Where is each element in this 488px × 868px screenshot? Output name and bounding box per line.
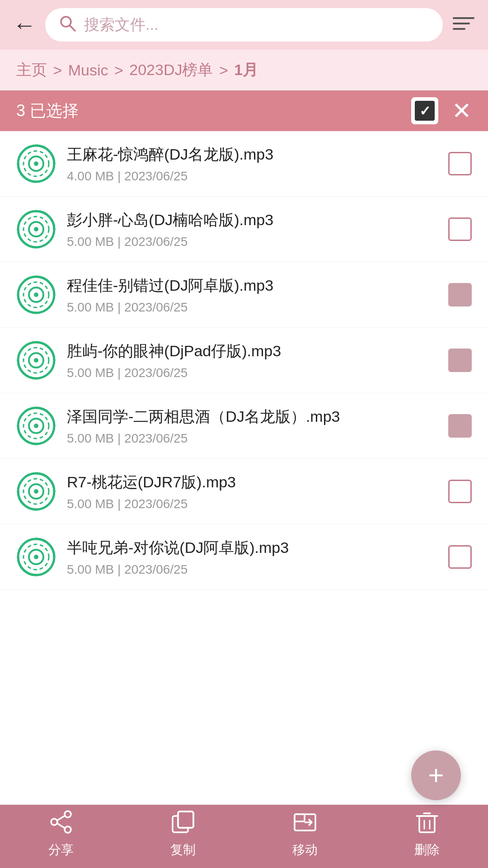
file-meta: 5.00 MB | 2023/06/25 bbox=[67, 300, 437, 315]
list-item: 泽国同学-二两相思酒（DJ名龙版）.mp35.00 MB | 2023/06/2… bbox=[0, 393, 488, 459]
search-bar[interactable]: 搜索文件... bbox=[45, 8, 443, 42]
svg-point-33 bbox=[65, 811, 71, 817]
file-info: 胜屿-你的眼神(DjPad仔版).mp35.00 MB | 2023/06/25 bbox=[67, 340, 437, 380]
file-info: 彭小胖-心岛(DJ楠哈哈版).mp35.00 MB | 2023/06/25 bbox=[67, 209, 437, 249]
breadcrumb-music[interactable]: Music bbox=[68, 61, 108, 79]
search-placeholder: 搜索文件... bbox=[84, 14, 158, 35]
svg-line-36 bbox=[57, 816, 65, 821]
file-checkbox[interactable] bbox=[448, 152, 472, 175]
breadcrumb-january: 1月 bbox=[234, 60, 258, 80]
back-button[interactable]: ← bbox=[13, 13, 36, 37]
share-button[interactable]: 分享 bbox=[48, 810, 74, 859]
file-name: 半吨兄弟-对你说(DJ阿卓版).mp3 bbox=[67, 537, 437, 559]
move-label: 移动 bbox=[292, 841, 318, 859]
file-meta: 5.00 MB | 2023/06/25 bbox=[67, 562, 437, 577]
file-checkbox[interactable] bbox=[448, 480, 472, 503]
music-file-icon bbox=[16, 472, 56, 511]
checkmark-icon: ✓ bbox=[419, 103, 431, 119]
file-name: 程佳佳-别错过(DJ阿卓版).mp3 bbox=[67, 275, 437, 297]
list-item: 程佳佳-别错过(DJ阿卓版).mp35.00 MB | 2023/06/25 bbox=[0, 262, 488, 328]
svg-point-35 bbox=[65, 826, 71, 833]
delete-icon bbox=[415, 810, 439, 838]
list-item: 胜屿-你的眼神(DjPad仔版).mp35.00 MB | 2023/06/25 bbox=[0, 328, 488, 393]
file-name: 王麻花-惊鸿醉(DJ名龙版).mp3 bbox=[67, 144, 437, 165]
music-file-icon bbox=[16, 209, 56, 249]
file-list: 王麻花-惊鸿醉(DJ名龙版).mp34.00 MB | 2023/06/25 彭… bbox=[0, 131, 488, 590]
list-item: 半吨兄弟-对你说(DJ阿卓版).mp35.00 MB | 2023/06/25 bbox=[0, 524, 488, 590]
copy-label: 复制 bbox=[170, 841, 196, 859]
music-file-icon bbox=[16, 406, 56, 446]
header: ← 搜索文件... bbox=[0, 0, 488, 50]
share-icon bbox=[49, 810, 73, 838]
svg-line-37 bbox=[57, 823, 65, 828]
svg-rect-41 bbox=[295, 814, 305, 821]
search-icon bbox=[59, 14, 76, 36]
file-name: 胜屿-你的眼神(DjPad仔版).mp3 bbox=[67, 340, 437, 362]
delete-label: 删除 bbox=[414, 841, 440, 859]
fab-button[interactable]: + bbox=[411, 750, 461, 800]
list-item: 王麻花-惊鸿醉(DJ名龙版).mp34.00 MB | 2023/06/25 bbox=[0, 131, 488, 197]
file-info: 泽国同学-二两相思酒（DJ名龙版）.mp35.00 MB | 2023/06/2… bbox=[67, 406, 437, 446]
file-meta: 5.00 MB | 2023/06/25 bbox=[67, 235, 437, 249]
music-file-icon bbox=[16, 275, 56, 315]
file-meta: 5.00 MB | 2023/06/25 bbox=[67, 366, 437, 380]
file-info: 半吨兄弟-对你说(DJ阿卓版).mp35.00 MB | 2023/06/25 bbox=[67, 537, 437, 577]
fab-plus-icon: + bbox=[428, 762, 444, 789]
sort-button[interactable] bbox=[452, 13, 475, 38]
move-button[interactable]: 移动 bbox=[292, 810, 318, 859]
file-meta: 5.00 MB | 2023/06/25 bbox=[67, 497, 437, 511]
file-info: 王麻花-惊鸿醉(DJ名龙版).mp34.00 MB | 2023/06/25 bbox=[67, 144, 437, 184]
file-checkbox[interactable] bbox=[448, 545, 472, 569]
copy-button[interactable]: 复制 bbox=[170, 810, 196, 859]
deselect-button[interactable]: ✕ bbox=[452, 99, 472, 123]
music-file-icon bbox=[16, 144, 56, 184]
svg-line-1 bbox=[70, 25, 75, 31]
share-label: 分享 bbox=[48, 841, 74, 859]
breadcrumb-2023dj[interactable]: 2023DJ榜单 bbox=[129, 60, 213, 80]
selection-count: 3 已选择 bbox=[16, 100, 79, 122]
file-meta: 4.00 MB | 2023/06/25 bbox=[67, 169, 437, 184]
move-icon bbox=[293, 810, 317, 838]
svg-rect-39 bbox=[178, 811, 193, 828]
svg-point-19 bbox=[34, 358, 38, 363]
svg-rect-44 bbox=[419, 816, 435, 832]
breadcrumb-home[interactable]: 主页 bbox=[16, 60, 47, 80]
svg-point-11 bbox=[34, 227, 38, 231]
file-checkbox[interactable] bbox=[448, 217, 472, 241]
list-item: R7-桃花运(DJR7版).mp35.00 MB | 2023/06/25 bbox=[0, 459, 488, 524]
svg-point-31 bbox=[34, 555, 38, 559]
svg-point-23 bbox=[34, 424, 38, 428]
bottom-bar: 分享 复制 移动 bbox=[0, 805, 488, 868]
file-checkbox[interactable] bbox=[448, 283, 472, 307]
select-all-button[interactable]: ✓ bbox=[411, 97, 438, 124]
file-checkbox[interactable] bbox=[448, 349, 472, 372]
file-info: 程佳佳-别错过(DJ阿卓版).mp35.00 MB | 2023/06/25 bbox=[67, 275, 437, 315]
svg-point-34 bbox=[51, 819, 57, 825]
selection-bar: 3 已选择 ✓ ✕ bbox=[0, 90, 488, 131]
svg-point-15 bbox=[34, 292, 38, 297]
select-all-inner: ✓ bbox=[415, 101, 435, 121]
file-info: R7-桃花运(DJR7版).mp35.00 MB | 2023/06/25 bbox=[67, 472, 437, 511]
copy-icon bbox=[171, 810, 195, 838]
svg-point-27 bbox=[34, 489, 38, 494]
file-name: 泽国同学-二两相思酒（DJ名龙版）.mp3 bbox=[67, 406, 437, 428]
selection-actions: ✓ ✕ bbox=[411, 97, 472, 124]
file-name: 彭小胖-心岛(DJ楠哈哈版).mp3 bbox=[67, 209, 437, 231]
music-file-icon bbox=[16, 340, 56, 380]
svg-point-7 bbox=[34, 161, 38, 166]
list-item: 彭小胖-心岛(DJ楠哈哈版).mp35.00 MB | 2023/06/25 bbox=[0, 197, 488, 262]
delete-button[interactable]: 删除 bbox=[414, 810, 440, 859]
breadcrumb: 主页 > Music > 2023DJ榜单 > 1月 bbox=[0, 50, 488, 90]
file-checkbox[interactable] bbox=[448, 414, 472, 438]
file-meta: 5.00 MB | 2023/06/25 bbox=[67, 431, 437, 446]
music-file-icon bbox=[16, 537, 56, 577]
file-name: R7-桃花运(DJR7版).mp3 bbox=[67, 472, 437, 493]
